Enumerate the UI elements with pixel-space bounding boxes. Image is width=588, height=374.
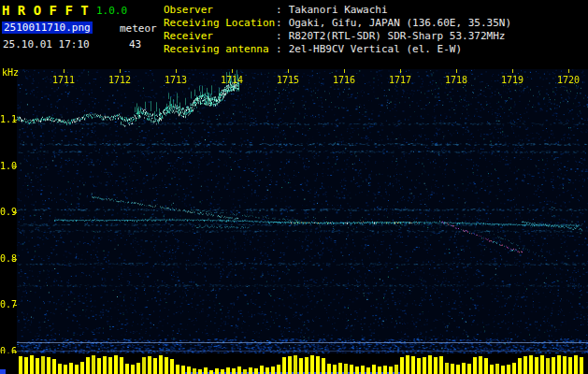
station-info: Observer:Takanori Kawachi Receiving Loca…	[164, 4, 511, 56]
y-axis-tick	[13, 120, 17, 121]
app-version: 1.0.0	[96, 5, 127, 17]
y-axis-tick	[13, 259, 17, 260]
info-value: R820T2(RTL-SDR) SDR-Sharp 53.372MHz	[289, 30, 506, 43]
time-label: 1720	[555, 75, 581, 85]
info-row-antenna: Receiving antenna:2el-HB9CV Vertical (el…	[164, 43, 511, 56]
time-label: 1716	[331, 75, 357, 85]
info-label: Receiver	[164, 30, 276, 43]
y-axis-unit-label: kHz	[2, 67, 19, 78]
y-axis-label: 0.8	[0, 253, 14, 264]
info-label: Receiving Location	[164, 17, 276, 30]
y-axis-label: 0.9	[0, 207, 14, 217]
y-axis-tick	[13, 166, 17, 167]
info-label: Receiving antenna	[164, 43, 276, 56]
hrofft-screen: H R O F F T 1.0.0 2510011710.png meteor …	[0, 0, 588, 374]
info-colon: :	[276, 30, 282, 43]
output-filename: 2510011710.png	[2, 22, 93, 34]
timestamp: 25.10.01 17:10	[3, 38, 90, 50]
y-axis-tick	[13, 212, 17, 213]
time-label: 1717	[387, 75, 413, 85]
app-title: H R O F F T	[2, 3, 89, 18]
time-label: 1715	[275, 75, 301, 85]
time-label: 1718	[443, 75, 469, 85]
y-axis-tick	[13, 352, 17, 352]
y-axis-tick	[13, 305, 17, 306]
info-value: Takanori Kawachi	[289, 4, 388, 17]
mode-label: meteor	[120, 22, 157, 35]
time-label: 1712	[107, 75, 133, 85]
y-axis-label: 1.1	[0, 114, 14, 124]
info-row-observer: Observer:Takanori Kawachi	[164, 4, 511, 17]
y-axis-label: 0.7	[0, 299, 14, 309]
info-colon: :	[276, 4, 282, 17]
spectrogram-canvas	[17, 69, 588, 353]
time-label: 1714	[219, 75, 245, 85]
echo-count: 43	[129, 38, 141, 50]
activity-canvas	[0, 353, 588, 374]
info-value: 2el-HB9CV Vertical (el. E-W)	[289, 43, 462, 56]
info-label: Observer	[164, 4, 276, 17]
time-label: 1713	[163, 75, 189, 85]
time-label: 1711	[50, 75, 77, 85]
info-row-receiver: Receiver:R820T2(RTL-SDR) SDR-Sharp 53.37…	[164, 30, 511, 43]
info-row-location: Receiving Location:Ogaki, Gifu, JAPAN (1…	[164, 17, 511, 30]
time-label: 1719	[499, 75, 525, 85]
info-colon: :	[276, 17, 282, 30]
info-value: Ogaki, Gifu, JAPAN (136.60E, 35.35N)	[289, 17, 511, 30]
y-axis-label: 1.0	[0, 161, 14, 171]
header-left: H R O F F T 1.0.0 2510011710.png meteor …	[2, 2, 163, 67]
info-colon: :	[276, 43, 282, 56]
